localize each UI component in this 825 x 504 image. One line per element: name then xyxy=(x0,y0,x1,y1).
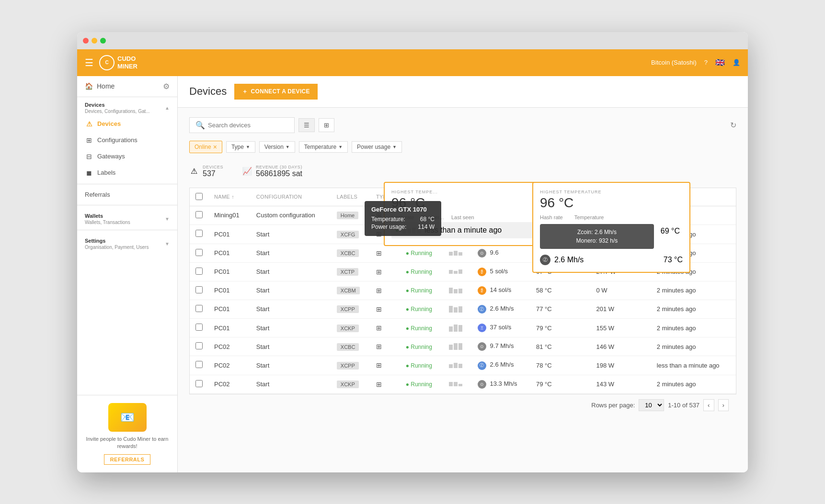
settings-icon[interactable]: ⚙ xyxy=(163,82,170,91)
select-all-checkbox[interactable] xyxy=(195,193,203,200)
col-name[interactable]: Name ↑ xyxy=(208,188,251,206)
row-checkbox[interactable] xyxy=(195,211,203,218)
minimize-btn[interactable] xyxy=(92,38,97,44)
row-type: ⊞ xyxy=(370,337,400,356)
panel-left-status: ● xyxy=(395,227,399,234)
wallets-sub: Wallets, Transactions xyxy=(85,220,130,225)
collapse-icon[interactable]: ▲ xyxy=(165,105,170,111)
row-hashrate: ⊙ 9.7 Mh/s xyxy=(472,337,530,356)
row-config: Start xyxy=(251,337,331,356)
table-row: PC02 Start XCKP ⊞ ● Running ⊙ 13.3 Mh/s … xyxy=(190,375,736,393)
row-temperature: 78 °C xyxy=(530,356,590,375)
wallets-expand-icon[interactable]: ▼ xyxy=(165,216,170,222)
sidebar-home[interactable]: 🏠 Home ⚙ xyxy=(77,76,177,97)
row-status: ● Running xyxy=(400,337,444,356)
row-checkbox[interactable] xyxy=(195,305,203,312)
panel-left-temp-label: HIGHEST TEMPE... xyxy=(391,190,534,194)
version-chevron-icon: ▼ xyxy=(286,145,290,149)
online-filter-chip[interactable]: Online × xyxy=(189,141,222,153)
row-gpu-bars xyxy=(443,262,472,281)
logo-text: CUDOMINER xyxy=(117,55,138,70)
table-row: PC02 Start XCPP ⊞ ● Running Ⓩ 2.6 Mh/s 7… xyxy=(190,356,736,375)
currency-label[interactable]: Bitcoin (Satoshi) xyxy=(651,59,697,66)
type-chevron-icon: ▼ xyxy=(246,145,250,149)
power-filter[interactable]: Power usage ▼ xyxy=(352,141,402,153)
menu-icon[interactable]: ☰ xyxy=(85,57,93,68)
rows-per-page-label: Rows per page: xyxy=(591,402,635,409)
row-hashrate: ⊙ 9.6 xyxy=(472,244,530,262)
row-type: ⊞ xyxy=(370,356,400,375)
row-checkbox[interactable] xyxy=(195,230,203,237)
rows-per-page-select[interactable]: 10 25 50 xyxy=(639,399,664,411)
sidebar-item-configurations[interactable]: ⊞ Configurations xyxy=(77,132,177,148)
pagination: Rows per page: 10 25 50 1-10 of 537 ‹ › xyxy=(189,394,736,416)
panel-left-overlay: HIGHEST TEMPE... 96 °C Hash rate Temper.… xyxy=(384,182,542,246)
col-configuration[interactable]: Configuration xyxy=(251,188,331,206)
temperature-filter[interactable]: Temperature ▼ xyxy=(299,141,348,153)
sidebar-item-labels[interactable]: ◼ Labels xyxy=(77,165,177,181)
sidebar-item-devices[interactable]: ⚠ Devices xyxy=(77,116,177,132)
gateways-icon: ⊟ xyxy=(85,152,93,161)
search-input[interactable] xyxy=(208,122,288,129)
close-btn[interactable] xyxy=(83,38,89,44)
row-name: PC01 xyxy=(208,262,251,281)
home-icon: 🏠 xyxy=(85,82,93,90)
sidebar-item-gateways[interactable]: ⊟ Gateways xyxy=(77,148,177,165)
panel-right-temp-col: Temperature xyxy=(574,214,604,220)
help-icon[interactable]: ? xyxy=(704,59,708,66)
row-checkbox[interactable] xyxy=(195,249,203,256)
grid-view-button[interactable]: ⊞ xyxy=(319,118,334,132)
version-filter[interactable]: Version ▼ xyxy=(259,141,295,153)
row-temperature: 81 °C xyxy=(530,337,590,356)
user-icon[interactable]: 👤 xyxy=(733,59,740,66)
sidebar-item-referrals[interactable]: Referrals xyxy=(77,187,177,202)
row-label: XCFG xyxy=(331,225,370,244)
flag-icon[interactable]: 🇬🇧 xyxy=(715,58,725,67)
type-filter[interactable]: Type ▼ xyxy=(226,141,255,153)
list-view-button[interactable]: ☰ xyxy=(298,118,315,132)
row-checkbox[interactable] xyxy=(195,342,203,349)
settings-title: Settings xyxy=(85,238,149,244)
row-name: PC01 xyxy=(208,281,251,300)
row-status: ● Running xyxy=(400,356,444,375)
referrals-button[interactable]: REFERRALS xyxy=(104,454,151,465)
row-hashrate: ₿ 14 sol/s xyxy=(472,281,530,300)
refresh-icon[interactable]: ↻ xyxy=(730,121,736,130)
devices-stat-label: DEVICES xyxy=(203,165,223,169)
row-gpu-bars xyxy=(443,337,472,356)
row-hashrate: ₿ 5 sol/s xyxy=(472,262,530,281)
row-label: Home xyxy=(331,206,370,225)
row-checkbox[interactable] xyxy=(195,286,203,293)
row-type: ⊞ xyxy=(370,244,400,262)
row-checkbox[interactable] xyxy=(195,268,203,275)
row-type: ⊞ xyxy=(370,262,400,281)
prev-page-button[interactable]: ‹ xyxy=(703,399,714,411)
connect-device-button[interactable]: ＋ CONNECT A DEVICE xyxy=(234,84,318,100)
search-box[interactable]: 🔍 xyxy=(189,117,295,133)
row-label: XCBC xyxy=(331,244,370,262)
panel-left-gpu-bars xyxy=(402,227,421,234)
revenue-stat-icon: 📈 xyxy=(242,167,252,176)
col-labels[interactable]: Labels xyxy=(331,188,370,206)
row-status: ● Running xyxy=(400,300,444,319)
row-config: Start xyxy=(251,281,331,300)
panel-left-temp-val: 96 °C xyxy=(391,195,534,211)
row-checkbox[interactable] xyxy=(195,361,203,368)
panel-right-temp-val: 96 °C xyxy=(540,195,683,211)
panel-left-last-seen-value: less than a minute ago xyxy=(424,226,502,235)
next-page-button[interactable]: › xyxy=(718,399,729,411)
row-checkbox[interactable] xyxy=(195,380,203,387)
settings-expand-icon[interactable]: ▼ xyxy=(165,241,170,246)
row-status: ● Running xyxy=(400,375,444,393)
online-chip-close[interactable]: × xyxy=(213,143,217,151)
row-lastseen: 2 minutes ago xyxy=(651,319,736,337)
toolbar: 🔍 ☰ ⊞ ↻ xyxy=(189,117,736,133)
maximize-btn[interactable] xyxy=(100,38,106,44)
row-checkbox[interactable] xyxy=(195,324,203,331)
panel-right-hash-box: Zcoin: 2.6 Mh/s Monero: 932 h/s xyxy=(540,224,654,249)
panel-left-hash-label: Hash rate xyxy=(391,214,414,220)
content-area: Devices ＋ CONNECT A DEVICE 🔍 ☰ xyxy=(178,76,748,472)
row-name: Mining01 xyxy=(208,206,251,225)
row-status: ● Running xyxy=(400,281,444,300)
row-gpu-bars xyxy=(443,244,472,262)
